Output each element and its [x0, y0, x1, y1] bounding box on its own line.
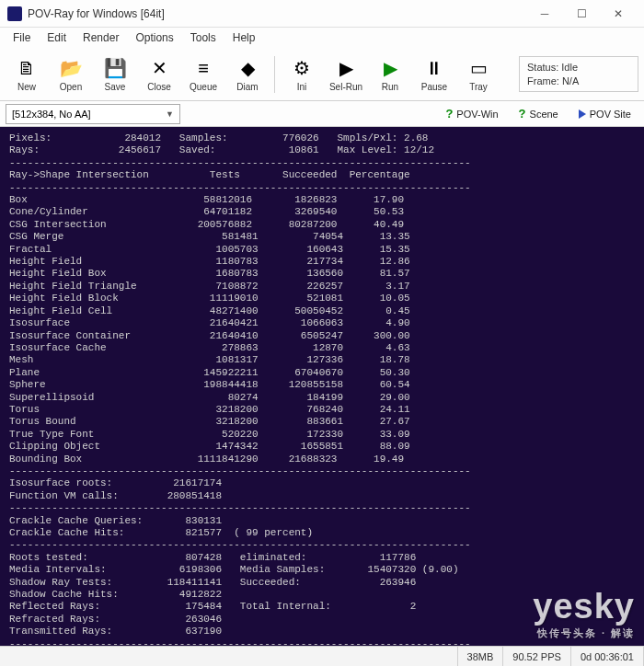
status-line2: Frame: N/A	[527, 75, 630, 87]
render-console: Pixels: 284012 Samples: 776026 Smpls/Pxl…	[0, 127, 644, 646]
run-button[interactable]: ▶Run	[369, 51, 411, 98]
menu-render[interactable]: Render	[75, 29, 126, 46]
pause-icon: ⏸	[422, 56, 446, 80]
resolution-value: [512x384, No AA]	[12, 109, 91, 120]
help-icon: ?	[519, 107, 526, 121]
toolbar-separator	[274, 56, 275, 93]
resolution-combo[interactable]: [512x384, No AA] ▼	[6, 104, 180, 124]
tray-icon: ▭	[466, 56, 490, 80]
queue-icon: ≡	[191, 56, 215, 80]
close-button[interactable]: ✕	[600, 1, 637, 27]
ini-icon: ⚙	[290, 56, 314, 80]
scene-link[interactable]: ?Scene	[512, 105, 566, 122]
help-icon: ?	[445, 107, 453, 121]
app-icon	[7, 6, 22, 21]
selrun-button[interactable]: ▶Sel-Run	[325, 51, 367, 98]
minimize-button[interactable]: ─	[526, 1, 563, 27]
save-button[interactable]: 💾Save	[94, 51, 136, 98]
menu-options[interactable]: Options	[128, 29, 180, 46]
statusbar: 38MB 90.52 PPS 0d 00:36:01	[0, 646, 644, 666]
chevron-down-icon: ▼	[166, 109, 174, 119]
status-panel: Status: Idle Frame: N/A	[519, 56, 638, 92]
povsite-link[interactable]: POV Site	[571, 107, 638, 121]
status-memory: 38MB	[458, 647, 504, 666]
close-button-tb[interactable]: ✕Close	[138, 51, 180, 98]
status-time: 0d 00:36:01	[571, 647, 644, 666]
new-icon: 🗎	[15, 56, 39, 80]
menubar: File Edit Render Options Tools Help	[0, 28, 644, 48]
diam-button[interactable]: ◆Diam	[226, 51, 269, 98]
menu-file[interactable]: File	[6, 29, 38, 46]
pause-button[interactable]: ⏸Pause	[413, 51, 455, 98]
status-empty	[0, 647, 458, 666]
selrun-icon: ▶	[334, 56, 358, 80]
queue-button[interactable]: ≡Queue	[182, 51, 224, 98]
close-icon: ✕	[147, 56, 171, 80]
play-icon	[579, 109, 586, 119]
toolbar: 🗎New 📂Open 💾Save ✕Close ≡Queue ◆Diam ⚙In…	[0, 48, 644, 101]
run-icon: ▶	[378, 56, 402, 80]
options-bar: [512x384, No AA] ▼ ?POV-Win ?Scene POV S…	[0, 101, 644, 127]
menu-tools[interactable]: Tools	[183, 29, 224, 46]
new-button[interactable]: 🗎New	[6, 51, 48, 98]
open-button[interactable]: 📂Open	[50, 51, 92, 98]
open-icon: 📂	[59, 56, 83, 80]
save-icon: 💾	[103, 56, 127, 80]
ini-button[interactable]: ⚙Ini	[281, 51, 323, 98]
menu-edit[interactable]: Edit	[40, 29, 74, 46]
povwin-link[interactable]: ?POV-Win	[438, 105, 505, 122]
maximize-button[interactable]: ☐	[563, 1, 600, 27]
window-title: POV-Ray for Windows [64it]	[28, 7, 526, 20]
tray-button[interactable]: ▭Tray	[457, 51, 500, 98]
status-line1: Status: Idle	[527, 61, 630, 74]
status-pps: 90.52 PPS	[503, 647, 571, 666]
window-controls: ─ ☐ ✕	[526, 1, 637, 27]
titlebar: POV-Ray for Windows [64it] ─ ☐ ✕	[0, 0, 644, 28]
diam-icon: ◆	[236, 56, 259, 80]
menu-help[interactable]: Help	[225, 29, 263, 46]
